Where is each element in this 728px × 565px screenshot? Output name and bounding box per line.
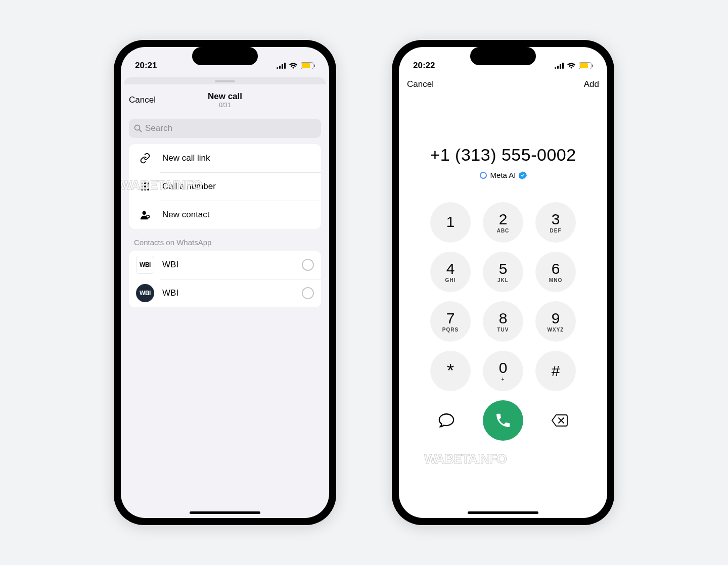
svg-rect-1 <box>302 63 310 68</box>
svg-rect-2 <box>314 65 315 67</box>
cancel-button[interactable]: Cancel <box>129 95 156 105</box>
key-hash[interactable]: # <box>535 351 576 391</box>
watermark: WABETAINFO <box>424 451 507 467</box>
cellular-icon <box>277 63 286 69</box>
notch <box>470 47 536 65</box>
row-label: New call link <box>162 153 314 163</box>
cancel-button[interactable]: Cancel <box>407 79 434 89</box>
key-6[interactable]: 6MNO <box>535 252 576 292</box>
row-label: New contact <box>162 210 314 220</box>
search-icon <box>134 124 142 132</box>
dialer-bottom-row <box>399 400 607 441</box>
key-5[interactable]: 5JKL <box>483 252 523 292</box>
key-0[interactable]: 0+ <box>483 351 523 391</box>
key-3[interactable]: 3DEF <box>535 202 576 243</box>
svg-point-13 <box>147 189 149 191</box>
svg-point-5 <box>141 182 143 184</box>
svg-point-11 <box>141 189 143 191</box>
phone-icon <box>494 412 512 429</box>
search-placeholder: Search <box>145 123 172 133</box>
sheet-handle[interactable] <box>124 77 326 84</box>
status-icons <box>277 62 315 69</box>
status-icons <box>555 62 593 69</box>
svg-point-10 <box>147 185 149 187</box>
svg-point-6 <box>144 182 146 184</box>
dialed-number: +1 (313) 555-0002 <box>399 145 607 165</box>
notch <box>192 47 258 65</box>
contacts-section-label: Contacts on WhatsApp <box>134 238 316 247</box>
call-button[interactable] <box>483 400 523 441</box>
backspace-icon <box>551 413 568 428</box>
dialpad: 1 2ABC 3DEF 4GHI 5JKL 6MNO 7PQRS 8TUV 9W… <box>399 202 607 391</box>
svg-point-12 <box>144 189 146 191</box>
select-radio[interactable] <box>302 259 314 271</box>
key-star[interactable]: * <box>430 351 471 391</box>
wifi-icon <box>289 62 298 69</box>
svg-point-8 <box>141 185 143 187</box>
chat-bubble-icon <box>438 412 455 429</box>
wifi-icon <box>567 62 576 69</box>
phone-left: 20:21 Cancel New call 0/31 Search <box>114 40 336 525</box>
key-7[interactable]: 7PQRS <box>430 301 471 342</box>
header-subtitle: 0/31 <box>208 102 242 109</box>
modal-header: Cancel New call 0/31 <box>121 84 329 114</box>
link-icon <box>136 149 154 167</box>
verified-badge-icon <box>519 171 527 179</box>
call-a-number-row[interactable]: Call a number <box>129 172 321 201</box>
contact-row[interactable]: WBI WBI <box>129 251 321 279</box>
add-contact-icon <box>136 206 154 224</box>
svg-point-9 <box>144 185 146 187</box>
avatar: WBI <box>136 284 154 302</box>
contact-name: WBI <box>162 260 294 270</box>
new-contact-row[interactable]: New contact <box>129 201 321 229</box>
battery-icon <box>301 62 315 69</box>
row-label: Call a number <box>162 181 314 192</box>
battery-icon <box>579 62 593 69</box>
modal-header: Cancel Add <box>399 77 607 89</box>
key-4[interactable]: 4GHI <box>430 252 471 292</box>
status-time: 20:22 <box>413 61 435 71</box>
backspace-button[interactable] <box>549 409 571 432</box>
key-8[interactable]: 8TUV <box>483 301 523 342</box>
screen-dialer: 20:22 Cancel Add +1 (313) 555-0002 Me <box>399 47 607 518</box>
svg-rect-18 <box>592 65 593 67</box>
avatar: WBI <box>136 256 154 274</box>
dialpad-icon <box>136 177 154 196</box>
svg-point-19 <box>480 172 486 178</box>
status-time: 20:21 <box>135 61 157 71</box>
contacts-card: WBI WBI WBI WBI <box>129 251 321 307</box>
key-1[interactable]: 1 <box>430 202 471 243</box>
actions-card: New call link Call a number New contact <box>129 144 321 229</box>
add-button[interactable]: Add <box>584 79 599 89</box>
home-indicator[interactable] <box>190 511 260 514</box>
screen-new-call: 20:21 Cancel New call 0/31 Search <box>121 47 329 518</box>
dial-display: +1 (313) 555-0002 Meta AI <box>399 89 607 179</box>
phone-right: 20:22 Cancel Add +1 (313) 555-0002 Me <box>392 40 614 525</box>
svg-point-14 <box>143 211 146 215</box>
key-9[interactable]: 9WXYZ <box>535 301 576 342</box>
caller-id-row[interactable]: Meta AI <box>399 171 607 179</box>
home-indicator[interactable] <box>468 511 538 514</box>
caller-id-name: Meta AI <box>490 171 516 179</box>
svg-rect-17 <box>580 63 588 68</box>
contact-name: WBI <box>162 288 294 298</box>
svg-point-7 <box>147 182 149 184</box>
message-button[interactable] <box>435 409 458 432</box>
key-2[interactable]: 2ABC <box>483 202 523 243</box>
page-title: New call <box>208 91 242 102</box>
contact-row[interactable]: WBI WBI <box>129 279 321 307</box>
meta-ai-icon <box>479 171 487 179</box>
cellular-icon <box>555 63 564 69</box>
search-input[interactable]: Search <box>129 119 321 138</box>
select-radio[interactable] <box>302 287 314 299</box>
svg-line-4 <box>140 130 142 132</box>
new-call-link-row[interactable]: New call link <box>129 144 321 172</box>
